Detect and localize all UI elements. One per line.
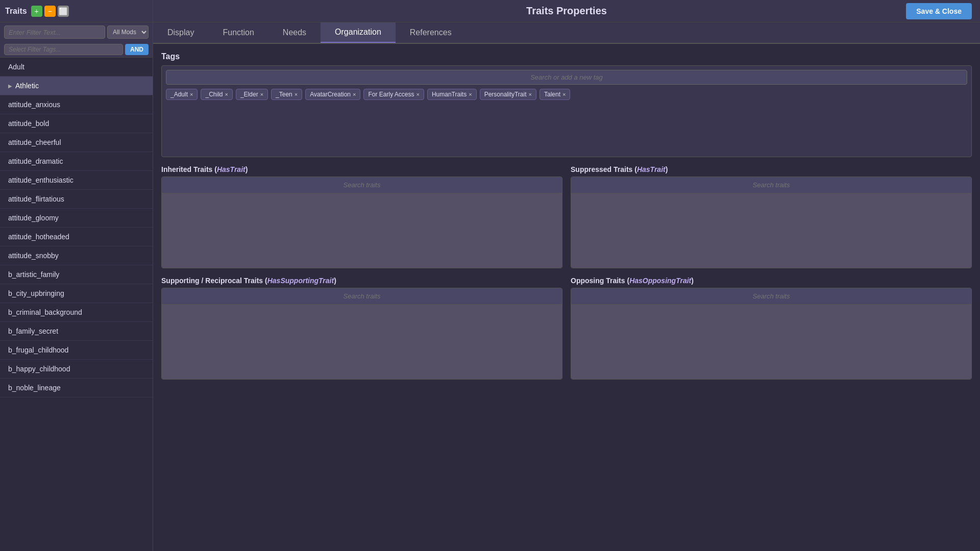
tag-chip-label: _Adult <box>170 91 188 98</box>
tag-chip-label: PersonalityTrait <box>484 91 527 98</box>
suppressed-traits-body <box>571 193 971 268</box>
tag-chip-label: HumanTraits <box>432 91 467 98</box>
list-item-label: b_artistic_family <box>8 270 59 279</box>
tag-remove-button[interactable]: × <box>190 91 193 97</box>
list-item-label: attitude_snobby <box>8 252 59 260</box>
tag-chip: _Elder× <box>236 89 268 100</box>
inherited-traits-search[interactable] <box>162 177 562 193</box>
tags-search-input[interactable] <box>166 70 967 85</box>
supporting-traits-box <box>161 288 562 380</box>
tags-chips-list: _Adult×_Child×_Elder×_Teen×AvatarCreatio… <box>166 89 967 100</box>
supporting-traits-title: Supporting / Reciprocal Traits (HasSuppo… <box>161 277 562 285</box>
list-item[interactable]: attitude_gloomy <box>0 209 153 228</box>
list-item[interactable]: attitude_hotheaded <box>0 228 153 246</box>
list-item-label: attitude_bold <box>8 119 49 128</box>
opposing-traits-title: Opposing Traits (HasOpposingTrait) <box>571 277 972 285</box>
list-item-label: attitude_flirtatious <box>8 195 64 203</box>
tag-remove-button[interactable]: × <box>295 91 298 97</box>
tag-chip: For Early Access× <box>363 89 424 100</box>
opposing-traits-box <box>571 288 972 380</box>
tag-remove-button[interactable]: × <box>260 91 263 97</box>
list-item[interactable]: ▶Athletic <box>0 77 153 95</box>
tag-chip: PersonalityTrait× <box>480 89 536 100</box>
inherited-traits-title: Inherited Traits (HasTrait) <box>161 165 562 173</box>
tab-function[interactable]: Function <box>208 22 268 43</box>
list-item[interactable]: b_happy_childhood <box>0 360 153 379</box>
tags-section-title: Tags <box>161 52 972 61</box>
list-item-label: b_family_secret <box>8 327 58 335</box>
minus-icon-btn[interactable]: − <box>44 6 56 17</box>
list-item[interactable]: b_noble_lineage <box>0 379 153 397</box>
list-item-label: b_city_upbringing <box>8 289 64 297</box>
traits-list: Adult▶Athleticattitude_anxiousattitude_b… <box>0 58 153 551</box>
list-item-label: Adult <box>8 63 24 71</box>
tag-chip-label: Talent <box>544 91 560 98</box>
tag-chip-label: _Elder <box>240 91 258 98</box>
tag-filter-input[interactable] <box>4 44 123 55</box>
tag-remove-button[interactable]: × <box>529 91 532 97</box>
tab-organization[interactable]: Organization <box>321 22 396 43</box>
add-icon-btn[interactable]: + <box>31 6 42 17</box>
inherited-traits-box <box>161 177 562 268</box>
list-item[interactable]: attitude_bold <box>0 114 153 133</box>
list-item-label: b_noble_lineage <box>8 384 61 392</box>
tab-display[interactable]: Display <box>153 22 208 43</box>
suppressed-traits-title: Suppressed Traits (HasTrait) <box>571 165 972 173</box>
list-item[interactable]: b_criminal_background <box>0 303 153 322</box>
tag-chip: _Child× <box>201 89 232 100</box>
tag-remove-button[interactable]: × <box>416 91 420 97</box>
tag-remove-button[interactable]: × <box>353 91 356 97</box>
list-item-label: b_criminal_background <box>8 308 82 316</box>
list-item[interactable]: Adult <box>0 58 153 77</box>
tag-chip-label: AvatarCreation <box>310 91 351 98</box>
list-item-label: b_happy_childhood <box>8 365 70 373</box>
tag-chip: _Adult× <box>166 89 198 100</box>
list-item[interactable]: attitude_dramatic <box>0 152 153 171</box>
tag-remove-button[interactable]: × <box>225 91 228 97</box>
tab-references[interactable]: References <box>396 22 466 43</box>
chevron-right-icon: ▶ <box>8 83 12 89</box>
supporting-traits-search[interactable] <box>162 288 562 305</box>
list-item[interactable]: attitude_cheerful <box>0 133 153 152</box>
suppressed-traits-panel: Suppressed Traits (HasTrait) <box>571 165 972 268</box>
opposing-traits-panel: Opposing Traits (HasOpposingTrait) <box>571 277 972 380</box>
list-item-label: attitude_enthusiastic <box>8 176 74 184</box>
list-item[interactable]: attitude_flirtatious <box>0 190 153 209</box>
tags-box: _Adult×_Child×_Elder×_Teen×AvatarCreatio… <box>161 65 972 157</box>
suppressed-traits-search[interactable] <box>571 177 971 193</box>
suppressed-traits-box <box>571 177 972 268</box>
all-mods-select[interactable]: All Mods <box>107 26 149 39</box>
list-item[interactable]: b_frugal_childhood <box>0 341 153 360</box>
tag-chip: Talent× <box>540 89 570 100</box>
tag-chip-label: For Early Access <box>368 91 414 98</box>
list-item-label: attitude_gloomy <box>8 214 59 222</box>
tab-needs[interactable]: Needs <box>268 22 321 43</box>
list-item[interactable]: attitude_anxious <box>0 95 153 114</box>
tag-remove-button[interactable]: × <box>562 91 566 97</box>
save-close-button[interactable]: Save & Close <box>906 3 972 19</box>
list-item-label: b_frugal_childhood <box>8 346 68 354</box>
opposing-traits-body <box>571 305 971 379</box>
properties-title: Traits Properties <box>431 5 701 17</box>
tags-section: Tags _Adult×_Child×_Elder×_Teen×AvatarCr… <box>161 52 972 157</box>
list-item-label: attitude_hotheaded <box>8 233 69 241</box>
inherited-traits-panel: Inherited Traits (HasTrait) <box>161 165 562 268</box>
window-icon-btn[interactable]: ⬜ <box>58 6 69 17</box>
tag-remove-button[interactable]: × <box>469 91 472 97</box>
list-item[interactable]: b_artistic_family <box>0 265 153 284</box>
supporting-traits-body <box>162 305 562 379</box>
tag-chip: _Teen× <box>271 89 302 100</box>
filter-text-input[interactable] <box>4 26 105 39</box>
list-item[interactable]: attitude_enthusiastic <box>0 171 153 190</box>
list-item-label: attitude_cheerful <box>8 138 61 146</box>
tag-chip: HumanTraits× <box>427 89 477 100</box>
and-filter-button[interactable]: AND <box>125 44 149 55</box>
list-item[interactable]: b_family_secret <box>0 322 153 341</box>
inherited-traits-body <box>162 193 562 268</box>
list-item[interactable]: attitude_snobby <box>0 246 153 265</box>
supporting-traits-panel: Supporting / Reciprocal Traits (HasSuppo… <box>161 277 562 380</box>
list-item[interactable]: b_city_upbringing <box>0 284 153 303</box>
content-area: Tags _Adult×_Child×_Elder×_Teen×AvatarCr… <box>153 44 980 551</box>
opposing-traits-search[interactable] <box>571 288 971 305</box>
list-item-label: attitude_dramatic <box>8 157 63 165</box>
